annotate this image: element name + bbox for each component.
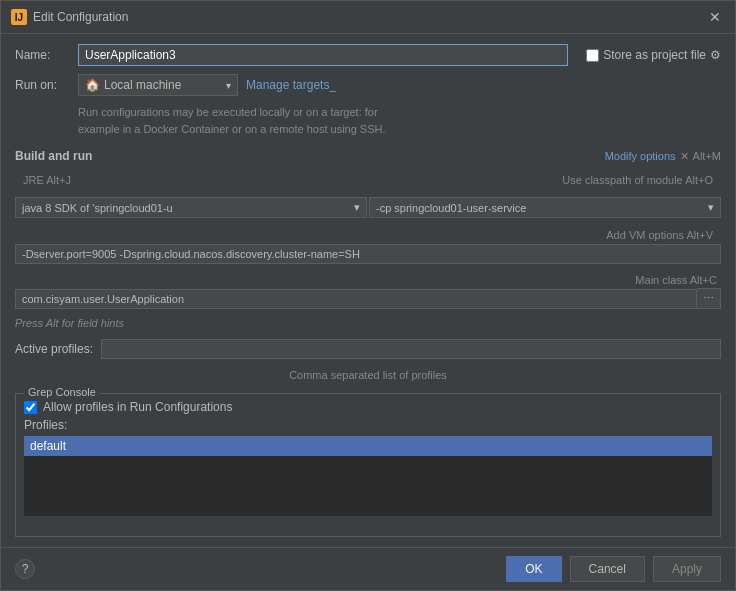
profiles-list: default <box>24 436 712 516</box>
grep-console-section: Grep Console Allow profiles in Run Confi… <box>15 393 721 537</box>
cancel-button[interactable]: Cancel <box>570 556 645 582</box>
cp-dropdown[interactable]: -cp springcloud01-user-service ▾ <box>369 197 721 218</box>
help-button[interactable]: ? <box>15 559 35 579</box>
jre-hint: JRE Alt+J <box>19 172 75 188</box>
name-label: Name: <box>15 48 70 62</box>
store-checkbox[interactable] <box>586 49 599 62</box>
sdk-cp-row: java 8 SDK of 'springcloud01-u ▾ -cp spr… <box>15 197 721 218</box>
build-run-header: Build and run Modify options ✕ Alt+M <box>15 149 721 163</box>
vm-hint: Add VM options Alt+V <box>602 227 717 243</box>
hints-top-row: JRE Alt+J Use classpath of module Alt+O <box>15 171 721 189</box>
main-class-section: Main class Alt+C ⋯ <box>15 272 721 309</box>
allow-profiles-row: Allow profiles in Run Configurations <box>24 400 712 414</box>
app-icon: IJ <box>11 9 27 25</box>
modify-shortcut: ✕ <box>680 150 689 163</box>
info-line1: Run configurations may be executed local… <box>78 104 721 121</box>
active-profiles-label: Active profiles: <box>15 342 93 356</box>
gear-icon[interactable]: ⚙ <box>710 48 721 62</box>
vm-options-input[interactable] <box>15 244 721 264</box>
use-cp-hint-cell: Use classpath of module Alt+O <box>554 171 721 189</box>
ok-button[interactable]: OK <box>506 556 561 582</box>
cp-arrow-icon: ▾ <box>708 201 714 214</box>
grep-legend: Grep Console <box>24 386 100 398</box>
allow-profiles-checkbox[interactable] <box>24 401 37 414</box>
footer-left: ? <box>15 559 35 579</box>
modify-options-area: Modify options ✕ Alt+M <box>605 150 721 163</box>
run-on-label: Run on: <box>15 78 70 92</box>
sdk-value: java 8 SDK of 'springcloud01-u <box>22 202 173 214</box>
active-profiles-row: Active profiles: <box>15 339 721 359</box>
profiles-list-label: Profiles: <box>24 418 67 432</box>
manage-targets-link[interactable]: Manage targets_ <box>246 78 336 92</box>
dropdown-arrow-icon: ▾ <box>226 80 231 91</box>
main-class-input[interactable] <box>15 289 697 309</box>
profile-item-default[interactable]: default <box>24 436 712 456</box>
main-class-row: ⋯ <box>15 288 721 309</box>
sdk-dropdown[interactable]: java 8 SDK of 'springcloud01-u ▾ <box>15 197 367 218</box>
title-bar: IJ Edit Configuration ✕ <box>1 1 735 34</box>
vm-options-section: Add VM options Alt+V <box>15 226 721 264</box>
name-input[interactable] <box>78 44 568 66</box>
vm-options-row <box>15 244 721 264</box>
cp-value: -cp springcloud01-user-service <box>376 202 526 214</box>
dialog-content: Name: Store as project file ⚙ Run on: 🏠 … <box>1 34 735 547</box>
footer: ? OK Cancel Apply <box>1 547 735 590</box>
run-on-value: Local machine <box>104 78 181 92</box>
sdk-arrow-icon: ▾ <box>354 201 360 214</box>
modify-options-link[interactable]: Modify options <box>605 150 676 162</box>
modify-alt-shortcut: Alt+M <box>693 150 721 162</box>
title-bar-left: IJ Edit Configuration <box>11 9 128 25</box>
jre-hint-cell: JRE Alt+J <box>15 171 79 189</box>
vm-hint-row: Add VM options Alt+V <box>15 226 721 244</box>
profiles-label-row: Profiles: <box>24 418 712 432</box>
active-profiles-input[interactable] <box>101 339 721 359</box>
edit-configuration-dialog: IJ Edit Configuration ✕ Name: Store as p… <box>0 0 736 591</box>
apply-button[interactable]: Apply <box>653 556 721 582</box>
build-run-title: Build and run <box>15 149 92 163</box>
dialog-title: Edit Configuration <box>33 10 128 24</box>
name-section: Name: <box>15 44 568 66</box>
main-class-hint: Main class Alt+C <box>631 272 721 288</box>
name-row: Name: Store as project file ⚙ <box>15 44 721 66</box>
info-text: Run configurations may be executed local… <box>78 104 721 137</box>
browse-button[interactable]: ⋯ <box>697 288 721 309</box>
press-alt-hint: Press Alt for field hints <box>15 317 721 329</box>
store-section: Store as project file ⚙ <box>586 48 721 62</box>
home-icon: 🏠 <box>85 78 100 92</box>
help-icon: ? <box>22 562 29 576</box>
profiles-hint: Comma separated list of profiles <box>15 369 721 381</box>
use-cp-hint: Use classpath of module Alt+O <box>558 172 717 188</box>
allow-profiles-label: Allow profiles in Run Configurations <box>43 400 232 414</box>
footer-right: OK Cancel Apply <box>506 556 721 582</box>
run-on-row: Run on: 🏠 Local machine ▾ Manage targets… <box>15 74 721 96</box>
close-button[interactable]: ✕ <box>705 7 725 27</box>
store-label: Store as project file <box>603 48 706 62</box>
info-line2: example in a Docker Container or on a re… <box>78 121 721 138</box>
main-class-hint-row: Main class Alt+C <box>15 272 721 288</box>
run-on-dropdown[interactable]: 🏠 Local machine ▾ <box>78 74 238 96</box>
